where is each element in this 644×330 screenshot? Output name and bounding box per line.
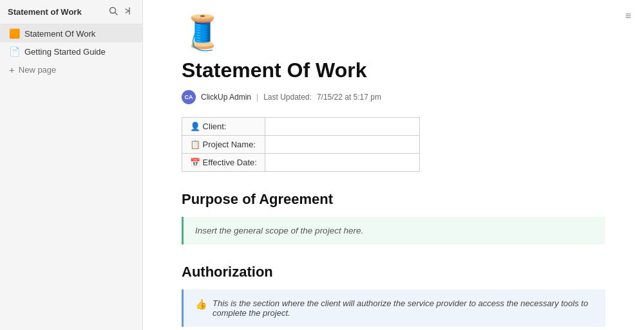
- table-row: 👤 Client:: [182, 118, 420, 136]
- search-icon: [109, 6, 118, 15]
- search-button[interactable]: [108, 5, 119, 19]
- table-row: 📅 Effective Date:: [182, 154, 420, 172]
- new-page-button[interactable]: + New page: [0, 60, 142, 79]
- sidebar-title: Statement of Work: [8, 7, 82, 17]
- authorization-callout: 👍 This is the section where the client w…: [182, 289, 605, 327]
- sidebar: Statement of Work 🟧 Statement Of Work 📄: [0, 0, 143, 330]
- document-emoji: 🧵: [182, 13, 605, 52]
- statement-of-work-icon: 🟧: [9, 28, 19, 39]
- authorization-section: Authorization 👍 This is the section wher…: [182, 264, 605, 327]
- collapse-button[interactable]: [123, 5, 135, 19]
- sow-table: 👤 Client:📋 Project Name:📅 Effective Date…: [182, 117, 420, 172]
- purpose-content: Insert the general scope of the project …: [195, 226, 363, 235]
- plus-icon: +: [9, 64, 15, 75]
- svg-line-1: [115, 13, 118, 15]
- table-cell-label: 👤 Client:: [182, 118, 265, 136]
- last-updated-label: Last Updated:: [263, 93, 312, 102]
- table-cell-value[interactable]: [265, 154, 419, 172]
- avatar: CA: [182, 90, 196, 104]
- sidebar-item-statement-of-work[interactable]: 🟧 Statement Of Work: [0, 24, 142, 42]
- getting-started-guide-icon: 📄: [9, 46, 19, 57]
- authorization-content: This is the section where the client wil…: [213, 298, 594, 318]
- svg-line-2: [126, 9, 129, 11]
- sow-table-wrapper: 👤 Client:📋 Project Name:📅 Effective Date…: [182, 117, 605, 172]
- sidebar-item-getting-started-guide[interactable]: 📄 Getting Started Guide: [0, 42, 142, 60]
- main-content: ≡ 🧵 Statement Of Work CA ClickUp Admin |…: [143, 0, 644, 330]
- document-meta: CA ClickUp Admin | Last Updated: 7/15/22…: [182, 90, 605, 104]
- purpose-blockquote: Insert the general scope of the project …: [182, 217, 605, 244]
- svg-line-3: [126, 11, 129, 13]
- toc-button[interactable]: ≡: [625, 10, 631, 22]
- author-name: ClickUp Admin: [201, 93, 251, 102]
- table-cell-value[interactable]: [265, 118, 419, 136]
- last-updated-value: 7/15/22 at 5:17 pm: [317, 93, 381, 102]
- purpose-heading: Purpose of Agreement: [182, 191, 605, 208]
- new-page-label: New page: [19, 65, 57, 75]
- table-cell-value[interactable]: [265, 136, 419, 154]
- sidebar-item-label: Statement Of Work: [24, 29, 133, 39]
- table-cell-label: 📋 Project Name:: [182, 136, 265, 154]
- table-row: 📋 Project Name:: [182, 136, 420, 154]
- meta-separator: |: [256, 93, 258, 102]
- sow-table-body: 👤 Client:📋 Project Name:📅 Effective Date…: [182, 118, 420, 172]
- sidebar-header-icons: [108, 5, 135, 19]
- table-cell-label: 📅 Effective Date:: [182, 154, 265, 172]
- thumbs-up-icon: 👍: [195, 298, 207, 310]
- collapse-icon: [124, 6, 133, 15]
- sidebar-header: Statement of Work: [0, 0, 142, 24]
- authorization-heading: Authorization: [182, 264, 605, 280]
- document-title: Statement Of Work: [182, 59, 605, 82]
- sidebar-item-label: Getting Started Guide: [24, 47, 133, 57]
- purpose-section: Purpose of Agreement Insert the general …: [182, 191, 605, 244]
